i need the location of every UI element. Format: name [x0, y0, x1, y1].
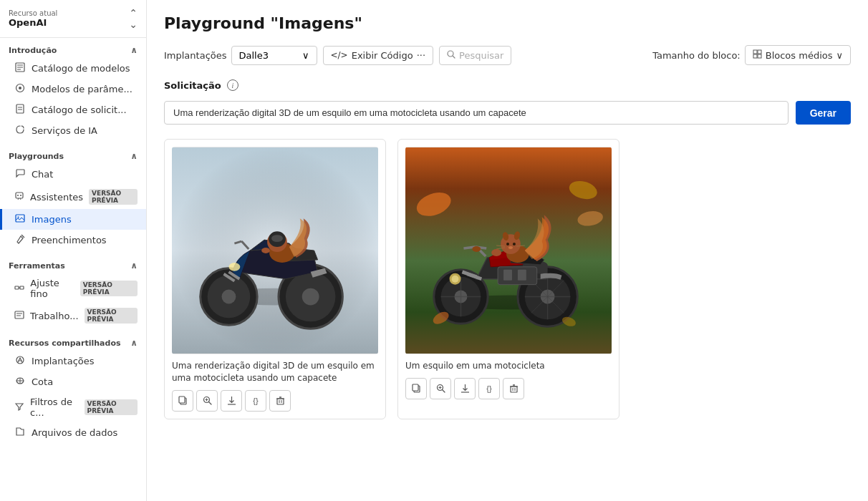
image-caption-2: Um esquilo em uma motocicleta	[405, 360, 612, 372]
implantacoes-icon	[14, 355, 26, 367]
image-actions-2: {}	[405, 378, 612, 399]
nav-section-recursos-header[interactable]: Recursos compartilhados ∧	[0, 334, 146, 351]
servicos-ia-label: Serviços de IA	[32, 125, 97, 136]
svg-rect-88	[503, 270, 512, 281]
image-placeholder-2	[405, 147, 612, 354]
filtros-icon	[14, 402, 24, 414]
sidebar-item-chat[interactable]: Chat	[0, 164, 146, 185]
sidebar-item-arquivos[interactable]: Arquivos de dados	[0, 422, 146, 443]
toolbar: Implantações Dalle3 ∨ </> Exibir Código …	[164, 45, 851, 65]
svg-rect-17	[15, 286, 19, 289]
cota-label: Cota	[32, 376, 53, 387]
modelos-param-label: Modelos de parâme...	[32, 84, 132, 94]
sidebar-item-servicos-ia[interactable]: Serviços de IA	[0, 120, 146, 141]
svg-line-55	[208, 402, 211, 405]
sidebar-item-modelos-param[interactable]: Modelos de parâme...	[0, 79, 146, 99]
svg-point-94	[506, 243, 509, 245]
modelos-param-icon	[14, 83, 26, 95]
download-button-1[interactable]	[221, 390, 242, 412]
sidebar-item-filtros[interactable]: Filtros de c... VERSÃO PRÉVIA	[0, 392, 146, 422]
svg-point-49	[271, 235, 283, 242]
image-placeholder-1	[172, 147, 378, 354]
resource-chevron-icon: ⌃⌄	[129, 7, 138, 30]
ferramentas-collapse-icon: ∧	[130, 261, 138, 271]
trabalhos-icon	[14, 310, 24, 322]
block-size-group: Tamanho do bloco: Blocos médios ∨	[652, 45, 851, 65]
svg-point-15	[18, 217, 19, 218]
svg-rect-89	[518, 270, 526, 281]
svg-point-50	[261, 248, 270, 253]
copy-button-2[interactable]	[405, 378, 427, 399]
preenchimentos-label: Preenchimentos	[32, 235, 107, 245]
svg-rect-114	[511, 386, 517, 392]
block-size-value: Blocos médios	[766, 50, 833, 61]
svg-rect-32	[758, 54, 761, 58]
resource-label: Recurso atual	[9, 9, 57, 17]
sidebar-item-catalogo-modelos[interactable]: Catálogo de modelos	[0, 58, 146, 79]
search-button-1[interactable]	[196, 390, 218, 412]
svg-point-38	[302, 288, 319, 306]
nav-section-intro-header[interactable]: Introdução ∧	[0, 41, 146, 58]
sidebar-item-trabalhos[interactable]: Trabalho... VERSÃO PRÉVIA	[0, 303, 146, 328]
svg-rect-60	[277, 399, 284, 404]
image-card-2: Um esquilo em uma motocicleta {}	[397, 139, 619, 419]
solicitation-input[interactable]	[164, 101, 789, 125]
nav-section-playgrounds-header[interactable]: Playgrounds ∧	[0, 147, 146, 164]
catalogo-modelos-icon	[14, 62, 26, 74]
sidebar-item-assistentes[interactable]: Assistentes VERSÃO PRÉVIA	[0, 185, 146, 209]
svg-point-27	[448, 51, 453, 57]
generate-button[interactable]: Gerar	[796, 101, 851, 125]
download-button-2[interactable]	[454, 378, 476, 399]
copy-button-1[interactable]	[172, 390, 193, 412]
show-code-button[interactable]: </> Exibir Código ···	[323, 46, 434, 65]
image-card-1: Uma renderização digital 3D de um esquil…	[164, 139, 386, 419]
trabalhos-badge: VERSÃO PRÉVIA	[85, 308, 138, 324]
imagens-label: Imagens	[32, 214, 72, 225]
implantacoes-label: Implantações	[32, 356, 95, 366]
block-size-button[interactable]: Blocos médios ∨	[745, 45, 851, 65]
delete-button-2[interactable]	[503, 378, 524, 399]
trabalhos-label: Trabalho...	[30, 311, 79, 321]
nav-section-playgrounds: Playgrounds ∧ Chat Assistentes VERSÃO PR…	[0, 144, 146, 253]
code-button-1[interactable]: {}	[245, 390, 266, 412]
imagens-icon	[14, 213, 26, 225]
sidebar-item-imagens[interactable]: Imagens	[0, 209, 146, 230]
resource-header[interactable]: Recurso atual OpenAI ⌃⌄	[0, 0, 146, 38]
deployments-select[interactable]: Dalle3 ∨	[231, 46, 317, 65]
svg-point-103	[452, 276, 459, 283]
filtros-badge: VERSÃO PRÉVIA	[85, 399, 138, 415]
nav-section-playgrounds-label: Playgrounds	[9, 152, 64, 161]
search-button-2[interactable]	[430, 378, 451, 399]
main-content: Playground "Imagens" Implantações Dalle3…	[147, 0, 868, 501]
catalogo-solicit-label: Catálogo de solicit...	[32, 104, 127, 115]
ajuste-fino-icon	[14, 283, 24, 295]
svg-point-96	[508, 246, 513, 249]
search-box[interactable]: Pesquisar	[439, 46, 511, 65]
code-button-2[interactable]: {}	[478, 378, 500, 399]
nav-section-ferramentas: Ferramentas ∧ Ajuste fino VERSÃO PRÉVIA …	[0, 253, 146, 331]
ajuste-fino-label: Ajuste fino	[30, 278, 74, 299]
show-code-label: Exibir Código	[352, 50, 413, 61]
assistentes-label: Assistentes	[30, 192, 83, 203]
sidebar-item-preenchimentos[interactable]: Preenchimentos	[0, 230, 146, 250]
sidebar-item-cota[interactable]: Cota	[0, 371, 146, 392]
assistentes-badge: VERSÃO PRÉVIA	[89, 189, 138, 205]
svg-point-5	[19, 87, 21, 89]
sidebar-item-catalogo-solicit[interactable]: Catálogo de solicit...	[0, 99, 146, 120]
nav-section-ferramentas-header[interactable]: Ferramentas ∧	[0, 256, 146, 273]
code-braces-icon: {}	[253, 397, 258, 405]
nav-section-intro: Introdução ∧ Catálogo de modelos Modelos…	[0, 38, 146, 144]
cota-icon	[14, 376, 26, 388]
solicitation-info-icon[interactable]: i	[227, 79, 238, 91]
page-title: Playground "Imagens"	[164, 14, 851, 32]
deployments-label: Implantações	[164, 50, 227, 61]
nav-section-recursos: Recursos compartilhados ∧ Implantações C…	[0, 331, 146, 446]
search-placeholder: Pesquisar	[459, 50, 503, 61]
resource-name: OpenAI	[9, 17, 57, 28]
sidebar-item-ajuste-fino[interactable]: Ajuste fino VERSÃO PRÉVIA	[0, 273, 146, 303]
svg-point-11	[20, 195, 21, 196]
delete-button-1[interactable]	[269, 390, 291, 412]
sidebar-item-implantacoes[interactable]: Implantações	[0, 351, 146, 371]
sidebar: Recurso atual OpenAI ⌃⌄ Introdução ∧ Cat…	[0, 0, 147, 501]
nav-section-recursos-label: Recursos compartilhados	[9, 339, 120, 348]
